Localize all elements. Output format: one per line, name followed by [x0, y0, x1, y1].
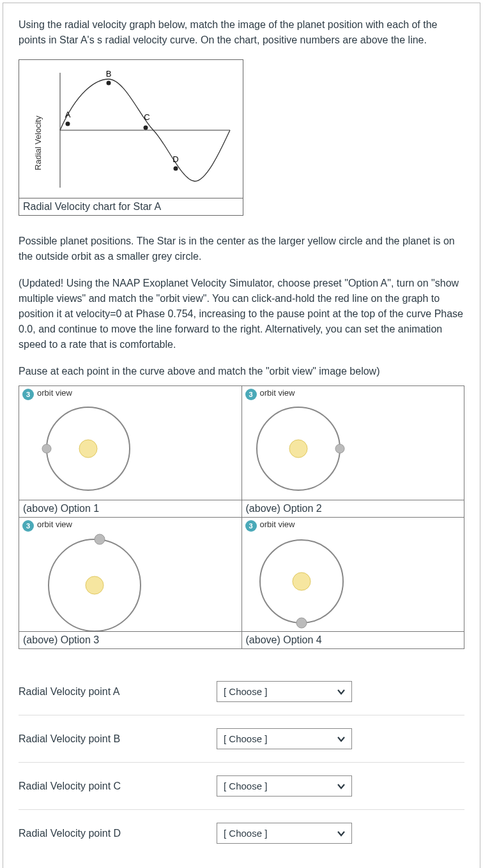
updated-note: (Updated! Using the NAAP Exoplanet Veloc… [19, 276, 464, 352]
intro-text: Using the radial velocity graph below, m… [19, 17, 464, 48]
rv-chart-pt-A: A [65, 110, 71, 119]
match-select-B[interactable]: [ Choose ] [217, 728, 352, 749]
orbit-panel-1: 3 orbit view [19, 386, 241, 500]
match-select-D[interactable]: [ Choose ] [217, 823, 352, 844]
svg-point-3 [107, 81, 111, 86]
svg-point-13 [86, 576, 103, 594]
orbit-title: orbit view [260, 520, 295, 529]
orbit-svg-4 [254, 529, 356, 638]
orbit-panel-3: 3 orbit view [19, 518, 241, 631]
orbit-title: orbit view [37, 388, 72, 398]
match-row-C: Radial Velocity point C [ Choose ] [19, 763, 464, 810]
matching-section: Radial Velocity point A [ Choose ] Radia… [19, 668, 464, 857]
orbit-svg-1 [31, 398, 133, 500]
svg-point-11 [335, 444, 344, 453]
svg-point-14 [95, 534, 105, 544]
svg-point-2 [66, 122, 70, 126]
orbit-panel-4: 3 orbit view [242, 518, 464, 631]
match-select-C[interactable]: [ Choose ] [217, 775, 352, 797]
svg-point-10 [289, 440, 307, 458]
svg-point-4 [144, 126, 148, 130]
match-label-A: Radial Velocity point A [19, 686, 217, 698]
match-row-A: Radial Velocity point A [ Choose ] [19, 668, 464, 715]
match-row-B: Radial Velocity point B [ Choose ] [19, 715, 464, 763]
svg-point-8 [42, 444, 51, 453]
orbit-svg-3 [31, 529, 146, 631]
rv-chart-svg: Radial Velocity A B C D [19, 60, 244, 198]
rv-chart-pt-B: B [106, 69, 112, 79]
svg-point-5 [174, 167, 178, 171]
rv-chart-image: Radial Velocity A B C D [19, 60, 243, 198]
orbit-caption-3: (above) Option 3 [19, 632, 241, 648]
svg-point-7 [79, 440, 97, 458]
orbit-title: orbit view [37, 520, 72, 529]
match-select-A[interactable]: [ Choose ] [217, 681, 352, 702]
rv-chart-caption: Radial Velocity chart for Star A [19, 198, 243, 215]
pause-note: Pause at each point in the curve above a… [19, 364, 464, 379]
orbit-svg-2 [254, 398, 356, 500]
orbit-caption-2: (above) Option 2 [242, 500, 464, 517]
svg-point-16 [293, 572, 310, 590]
orbit-panel-2: 3 orbit view [242, 386, 464, 500]
match-row-D: Radial Velocity point D [ Choose ] [19, 810, 464, 857]
rv-chart-pt-D: D [172, 154, 178, 164]
question-container: Using the radial velocity graph below, m… [3, 3, 480, 868]
rv-chart-ylabel: Radial Velocity [33, 116, 43, 170]
match-label-D: Radial Velocity point D [19, 828, 217, 839]
rv-chart-figure: Radial Velocity A B C D Radial Velocity … [19, 59, 243, 216]
positions-intro: Possible planet positions. The Star is i… [19, 234, 464, 264]
match-label-B: Radial Velocity point B [19, 733, 217, 745]
rv-chart-pt-C: C [144, 112, 150, 122]
orbit-title: orbit view [260, 388, 295, 398]
orbit-caption-1: (above) Option 1 [19, 500, 241, 517]
orbit-options-grid: 3 orbit view 3 orbit view [19, 385, 464, 649]
svg-point-17 [296, 618, 307, 628]
match-label-C: Radial Velocity point C [19, 781, 217, 792]
